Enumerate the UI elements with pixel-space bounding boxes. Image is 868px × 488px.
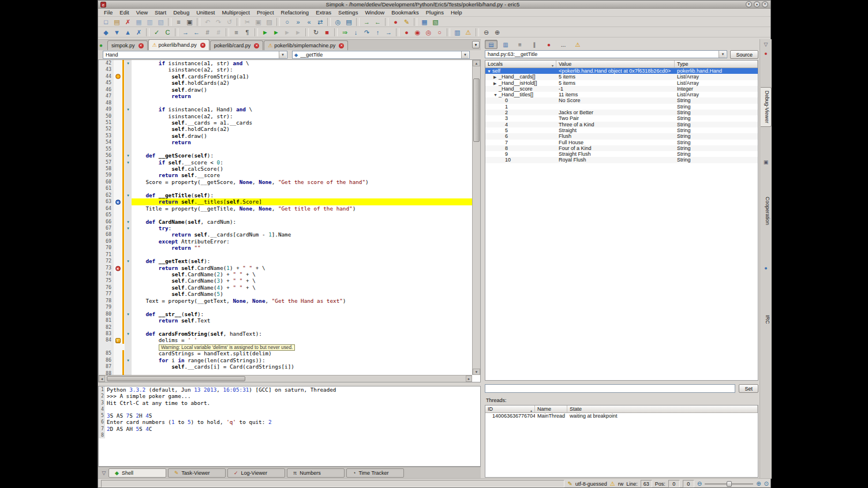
bottom-tab-numbers[interactable]: πNumbers (287, 468, 345, 478)
sidebar-tab-irc[interactable]: IRC (761, 312, 772, 327)
tab-pokerlib-simplemachine-py[interactable]: ⚠pokerlib/simplemachine.py✕ (264, 40, 348, 50)
chevron-down-icon[interactable]: ▾ (719, 51, 726, 58)
locals-row[interactable]: 6FlushString (485, 133, 758, 139)
goto-last-edit-icon[interactable]: ← (373, 17, 383, 27)
bottom-tab-shell[interactable]: ◆Shell (108, 468, 166, 478)
menu-item-edit[interactable]: Edit (116, 9, 132, 16)
chevron-down-icon[interactable]: ▾ (461, 51, 469, 58)
locals-row[interactable]: ▶_Hand__cards[]5 itemsList/Array (485, 74, 758, 80)
vscroll-thumb[interactable] (473, 78, 480, 142)
comment-icon[interactable]: # (203, 28, 212, 37)
run-to-cursor-icon[interactable]: → (384, 28, 394, 37)
print-icon[interactable]: ≡ (174, 17, 184, 27)
scroll-right-icon[interactable]: ► (466, 376, 472, 382)
class-combo[interactable]: Hand ▾ (103, 51, 287, 59)
locals-header-name[interactable]: Locals▾ (485, 61, 556, 67)
project-icon[interactable]: ▧ (431, 17, 440, 27)
step-icon[interactable]: ↓ (351, 28, 361, 37)
search-prev-icon[interactable]: « (304, 17, 314, 27)
unindent-icon[interactable]: ← (192, 28, 201, 37)
fold-marker[interactable]: ▾ (125, 331, 132, 337)
autocomplete-icon[interactable]: ≡ (231, 28, 241, 37)
lock-icon[interactable]: ▣ (760, 159, 772, 165)
expand-icon[interactable]: ▶ (493, 74, 499, 80)
zoom-out-icon[interactable]: ⊖ (481, 28, 491, 37)
menu-item-refactoring[interactable]: Refactoring (278, 9, 313, 16)
breakpoint-next-icon[interactable]: ◉ (413, 28, 422, 37)
exceptions-icon[interactable]: ⚠ (571, 40, 584, 49)
locals-row[interactable]: 7Full HouseString (485, 140, 758, 145)
cut-icon[interactable]: ✂ (242, 17, 252, 27)
paste-icon[interactable]: ▨ (264, 17, 274, 27)
tab-pokerlib-card-py[interactable]: pokerlib/card.py✕ (210, 40, 264, 50)
filter-icon[interactable]: ▽ (99, 470, 108, 476)
fold-marker[interactable]: ▾ (125, 106, 132, 112)
menu-item-multiproject[interactable]: Multiproject (218, 9, 253, 16)
filter-icon[interactable]: ▽ (760, 42, 772, 47)
variables-filter-icon[interactable]: ▥ (452, 28, 462, 37)
bookmark-clear-icon[interactable]: ✗ (134, 28, 144, 37)
call-stack-icon[interactable]: ≡ (514, 40, 526, 49)
menu-item-settings[interactable]: Settings (335, 9, 361, 16)
save-icon[interactable]: ▦ (134, 17, 144, 27)
fold-marker[interactable]: ▾ (125, 225, 132, 231)
fold-marker[interactable]: ▾ (125, 60, 132, 66)
chevron-down-icon[interactable]: ▾ (279, 51, 286, 58)
network-icon[interactable]: ● (760, 265, 772, 271)
step-out-icon[interactable]: ↑ (373, 28, 383, 37)
new-icon[interactable]: □ (101, 17, 111, 27)
thread-row[interactable]: 140063636776704MainThreadwaiting at brea… (485, 413, 758, 419)
breakpoint-prev-icon[interactable]: ◎ (424, 28, 433, 37)
debug-project-icon[interactable]: ► (293, 28, 303, 37)
bottom-tab-log-viewer[interactable]: ✓Log-Viewer (227, 468, 285, 478)
show-globals-icon[interactable]: ▤ (485, 40, 497, 49)
tab-list-button[interactable]: ▾ (472, 41, 480, 48)
zoom-out-icon[interactable]: ⊖ (697, 481, 702, 487)
scroll-up-icon[interactable]: ▲ (473, 60, 480, 66)
quicksearch-icon[interactable]: ◎ (333, 17, 343, 27)
bookmark-prev-icon[interactable]: ▲ (123, 28, 133, 37)
source-button[interactable]: Source (730, 50, 758, 59)
menu-item-plugins[interactable]: Plugins (422, 9, 447, 16)
locals-row[interactable]: 2Jacks or BetterString (485, 110, 758, 115)
threads-view-icon[interactable]: ∥ (528, 40, 541, 49)
debug-script-icon[interactable]: ► (271, 28, 281, 37)
sidebar-tab-cooperation[interactable]: Cooperation (761, 194, 772, 228)
zoom-slider[interactable] (705, 481, 753, 487)
redo-icon[interactable]: ↷ (214, 17, 223, 27)
multiproject-icon[interactable]: ▦ (420, 17, 429, 27)
fold-marker[interactable]: ▾ (125, 258, 132, 264)
threads-header-id[interactable]: ID▴ (485, 406, 535, 412)
fold-marker[interactable]: ▾ (125, 357, 132, 363)
exceptions-filter-icon[interactable]: ⚠ (463, 28, 473, 37)
stop-debugger-icon[interactable]: ● (542, 40, 555, 49)
close-button[interactable]: ✕ (762, 1, 768, 7)
menu-item-view[interactable]: View (133, 9, 151, 16)
revert-icon[interactable]: ↺ (225, 17, 234, 27)
expand-icon[interactable]: ▶ (493, 81, 499, 86)
tab-simpok-py[interactable]: simpok.py✕ (107, 40, 148, 50)
threads-header-state[interactable]: State (567, 406, 758, 412)
member-combo[interactable]: ◆ __getTitle ▾ (292, 51, 470, 59)
collapse-icon[interactable]: ▼ (493, 92, 499, 97)
tab-close-icon[interactable]: ✕ (254, 43, 259, 48)
variable-input[interactable] (485, 384, 735, 393)
more-options-icon[interactable]: ... (557, 40, 570, 49)
menu-item-debug[interactable]: Debug (170, 9, 193, 16)
undo-icon[interactable]: ↶ (203, 17, 212, 27)
locals-header-type[interactable]: Type (675, 61, 758, 67)
locals-row[interactable]: 0No ScoreString (485, 97, 758, 103)
edit-mode-icon[interactable]: ✎ (402, 17, 411, 27)
uncomment-icon[interactable]: # (214, 28, 223, 37)
menu-item-extras[interactable]: Extras (312, 9, 335, 16)
source-combo[interactable]: hand.py:63:__getTitle ▾ (485, 50, 727, 58)
scroll-left-icon[interactable]: ◄ (99, 376, 105, 382)
zoom-in-icon[interactable]: ⊕ (756, 481, 761, 487)
stop-script-icon[interactable]: ■ (322, 28, 332, 37)
calltip-icon[interactable]: ¶ (242, 28, 252, 37)
restart-icon[interactable]: ↻ (311, 28, 321, 37)
editor-vscrollbar[interactable]: ▲ ▼ (472, 60, 480, 375)
breakpoint-clear-icon[interactable]: ○ (435, 28, 444, 37)
menu-item-file[interactable]: File (100, 9, 116, 16)
syntax-check-icon[interactable]: ✓ (152, 28, 162, 37)
